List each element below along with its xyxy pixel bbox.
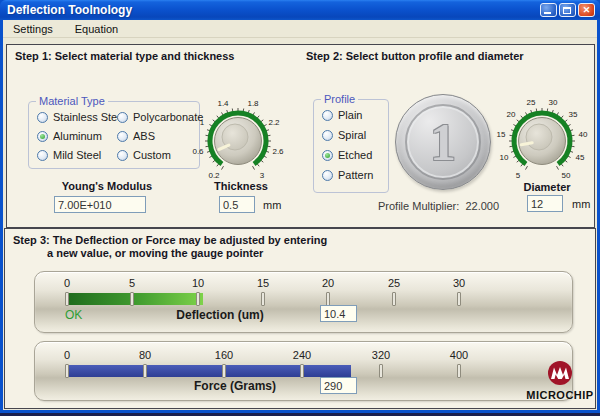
radio-etched[interactable] bbox=[322, 150, 333, 161]
deflection-gauge-label: Deflection (um) bbox=[140, 308, 300, 322]
profile-label: Profile bbox=[321, 93, 358, 105]
gauge-tick-mark[interactable] bbox=[300, 364, 304, 378]
title-bar[interactable]: Deflection Toolnology ✕ bbox=[0, 0, 600, 20]
button-digit: 1 bbox=[396, 95, 490, 189]
maximize-icon[interactable] bbox=[559, 3, 576, 17]
step2-title: Step 2: Select button profile and diamet… bbox=[306, 50, 524, 62]
radio-mild-steel[interactable] bbox=[37, 150, 48, 161]
radio-stainless-steel[interactable] bbox=[37, 112, 48, 123]
gauge-tick-label: 15 bbox=[257, 277, 269, 289]
menu-bar: Settings Equation bbox=[3, 20, 597, 38]
minimize-icon[interactable] bbox=[540, 3, 557, 17]
radio-pattern[interactable] bbox=[322, 170, 333, 181]
step3-title-line2: a new value, or moving the gauge pointer bbox=[47, 247, 263, 259]
step3-title-line1: Step 3: The Deflection or Force may be a… bbox=[13, 234, 327, 246]
knob-scale-label: 2.2 bbox=[268, 118, 279, 127]
radio-label[interactable]: Spiral bbox=[338, 129, 366, 141]
radio-label[interactable]: Stainless Steel bbox=[53, 111, 126, 123]
gauge-tick-mark[interactable] bbox=[326, 292, 330, 306]
knob-scale-label: 15 bbox=[497, 130, 506, 139]
radio-label[interactable]: ABS bbox=[133, 130, 155, 142]
radio-aluminum[interactable] bbox=[37, 131, 48, 142]
microchip-m-icon bbox=[545, 360, 575, 388]
gauge-tick-mark[interactable] bbox=[65, 364, 69, 378]
step2-panel: Step 2: Select button profile and diamet… bbox=[298, 44, 595, 228]
deflection-status: OK bbox=[65, 308, 82, 322]
gauge-tick-mark[interactable] bbox=[130, 292, 134, 306]
force-gauge[interactable]: 0 80 160 240 320 400 Force (Grams) bbox=[34, 341, 573, 401]
gauge-tick-label: 20 bbox=[322, 277, 334, 289]
knob-scale-label: 0.6 bbox=[192, 147, 203, 156]
youngs-modulus-label: Young's Modulus bbox=[37, 180, 177, 192]
deflection-value-input[interactable] bbox=[320, 305, 357, 322]
gauge-tick-label: 0 bbox=[64, 277, 70, 289]
radio-custom[interactable] bbox=[117, 150, 128, 161]
force-value-input[interactable] bbox=[320, 377, 357, 394]
thickness-unit: mm bbox=[263, 199, 281, 211]
gauge-tick-mark[interactable] bbox=[143, 364, 147, 378]
gauge-tick-mark[interactable] bbox=[65, 292, 69, 306]
button-preview: 1 bbox=[395, 94, 491, 190]
thickness-input[interactable] bbox=[219, 196, 255, 213]
menu-equation[interactable]: Equation bbox=[75, 23, 118, 35]
gauge-tick-label: 25 bbox=[388, 277, 400, 289]
close-icon[interactable]: ✕ bbox=[578, 3, 595, 17]
deflection-bar[interactable] bbox=[67, 293, 203, 305]
material-type-groupbox: Material Type Stainless Steel Aluminum M… bbox=[28, 101, 200, 169]
diameter-knob[interactable]: 5 10 15 20 25 30 35 40 45 50 bbox=[497, 96, 587, 186]
knob-scale-label: 30 bbox=[549, 98, 558, 107]
gauge-tick-label: 400 bbox=[450, 349, 468, 361]
knob-scale-label: 50 bbox=[562, 171, 571, 180]
knob-scale-label: 10 bbox=[500, 153, 509, 162]
force-bar[interactable] bbox=[67, 365, 351, 377]
gauge-tick-mark[interactable] bbox=[392, 292, 396, 306]
gauge-tick-label: 0 bbox=[64, 349, 70, 361]
thickness-knob[interactable]: 0.2 0.6 1 1.4 1.8 2.2 2.6 3 bbox=[193, 96, 283, 186]
gauge-tick-label: 80 bbox=[139, 349, 151, 361]
radio-label[interactable]: Pattern bbox=[338, 169, 373, 181]
knob-scale-label: 1 bbox=[200, 118, 204, 127]
window-body: Step 1: Select material type and thickne… bbox=[3, 38, 597, 410]
radio-label[interactable]: Etched bbox=[338, 149, 372, 161]
radio-label[interactable]: Mild Steel bbox=[53, 149, 101, 161]
radio-spiral[interactable] bbox=[322, 130, 333, 141]
gauge-tick-label: 160 bbox=[215, 349, 233, 361]
radio-label[interactable]: Custom bbox=[133, 149, 171, 161]
gauge-tick-mark[interactable] bbox=[222, 364, 226, 378]
knob-scale-label: 35 bbox=[569, 110, 578, 119]
radio-plain[interactable] bbox=[322, 110, 333, 121]
app-window: Deflection Toolnology ✕ Settings Equatio… bbox=[0, 0, 600, 416]
material-type-label: Material Type bbox=[36, 95, 108, 107]
knob-scale-label: 5 bbox=[516, 171, 520, 180]
knob-scale-label: 3 bbox=[260, 171, 264, 180]
step3-panel: Step 3: The Deflection or Force may be a… bbox=[4, 228, 596, 409]
radio-label[interactable]: Aluminum bbox=[53, 130, 102, 142]
knob-scale-label: 2.6 bbox=[272, 147, 283, 156]
gauge-tick-label: 30 bbox=[453, 277, 465, 289]
gauge-tick-mark[interactable] bbox=[196, 292, 200, 306]
deflection-gauge[interactable]: 0 5 10 15 20 25 30 OK Deflection (um) bbox=[34, 271, 573, 333]
microchip-wordmark: MICROCHIP bbox=[522, 389, 598, 401]
thickness-label: Thickness bbox=[201, 180, 281, 192]
gauge-tick-mark[interactable] bbox=[457, 292, 461, 306]
gauge-tick-label: 10 bbox=[192, 277, 204, 289]
step1-title: Step 1: Select material type and thickne… bbox=[15, 50, 234, 62]
profile-multiplier: Profile Multiplier: 22.000 bbox=[378, 200, 499, 212]
step1-panel: Step 1: Select material type and thickne… bbox=[6, 44, 299, 228]
knob-scale-label: 1.8 bbox=[247, 99, 258, 108]
youngs-modulus-input[interactable] bbox=[54, 196, 146, 213]
diameter-input[interactable] bbox=[527, 195, 563, 212]
diameter-unit: mm bbox=[572, 198, 590, 210]
gauge-tick-mark[interactable] bbox=[379, 364, 383, 378]
radio-polycarbonate[interactable] bbox=[117, 112, 128, 123]
force-gauge-label: Force (Grams) bbox=[160, 379, 310, 393]
menu-settings[interactable]: Settings bbox=[13, 23, 53, 35]
gauge-tick-mark[interactable] bbox=[457, 364, 461, 378]
gauge-tick-mark[interactable] bbox=[261, 292, 265, 306]
diameter-label: Diameter bbox=[512, 181, 582, 193]
radio-abs[interactable] bbox=[117, 131, 128, 142]
microchip-logo: MICROCHIP bbox=[522, 360, 598, 410]
knob-scale-label: 20 bbox=[507, 110, 516, 119]
knob-pointer[interactable] bbox=[521, 143, 532, 145]
radio-label[interactable]: Plain bbox=[338, 109, 362, 121]
